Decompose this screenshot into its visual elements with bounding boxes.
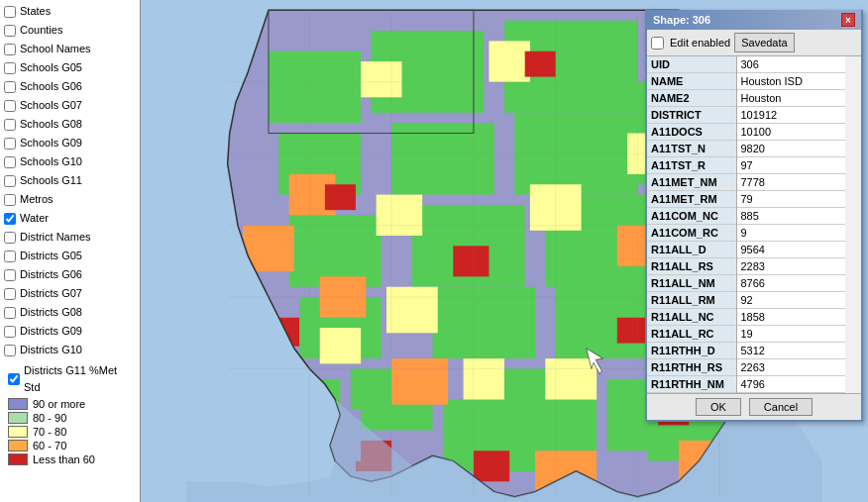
label-districts-g10: Districts G10 xyxy=(20,342,82,358)
legend-checkbox[interactable] xyxy=(8,373,20,385)
checkbox-schools-g09[interactable] xyxy=(4,138,16,150)
field-value: 2283 xyxy=(736,258,845,275)
layer-item-districts-g09[interactable]: Districts G09 xyxy=(0,322,140,341)
label-districts-g07: Districts G07 xyxy=(20,285,82,302)
layer-item-school-names[interactable]: School Names xyxy=(0,40,140,58)
svg-rect-45 xyxy=(617,318,648,344)
layer-item-schools-g10[interactable]: Schools G10 xyxy=(0,152,140,171)
legend-items: 90 or more80 - 9070 - 8060 - 70Less than… xyxy=(4,397,136,466)
legend-item: Less than 60 xyxy=(4,452,136,466)
checkbox-school-names[interactable] xyxy=(4,44,16,55)
checkbox-schools-g07[interactable] xyxy=(4,100,16,112)
label-schools-g08: Schools G08 xyxy=(20,116,82,133)
field-key: A11DOCS xyxy=(647,124,736,141)
edit-enabled-checkbox[interactable] xyxy=(651,37,664,50)
layer-item-states[interactable]: States xyxy=(0,2,140,21)
table-row: A11TST_R97 xyxy=(647,157,845,174)
table-row: R11ALL_RC19 xyxy=(647,326,845,343)
layer-item-districts-g06[interactable]: Districts G06 xyxy=(0,265,140,284)
checkbox-counties[interactable] xyxy=(4,25,16,37)
field-key: A11TST_R xyxy=(647,157,736,174)
layer-item-counties[interactable]: Counties xyxy=(0,21,140,40)
layer-item-districts-g05[interactable]: Districts G05 xyxy=(0,247,140,265)
layer-item-district-names[interactable]: District Names xyxy=(0,228,140,247)
checkbox-schools-g06[interactable] xyxy=(4,81,16,93)
layer-list: StatesCountiesSchool NamesSchools G05Sch… xyxy=(0,2,140,359)
layer-item-schools-g05[interactable]: Schools G05 xyxy=(0,58,140,77)
legend-layer-item[interactable]: Districts G11 %Met Std xyxy=(4,361,136,397)
table-row: A11COM_RC9 xyxy=(647,225,845,242)
field-key: NAME xyxy=(647,73,736,90)
field-key: A11COM_RC xyxy=(647,225,736,242)
checkbox-district-names[interactable] xyxy=(4,232,16,244)
table-row: R11ALL_D9564 xyxy=(647,242,845,258)
legend-title: Districts G11 %Met Std xyxy=(24,362,132,396)
table-row: A11COM_NC885 xyxy=(647,208,845,225)
save-data-button[interactable]: Savedata xyxy=(734,33,794,52)
field-value: 306 xyxy=(736,56,845,73)
field-key: A11MET_RM xyxy=(647,191,736,208)
legend-swatch xyxy=(8,412,28,424)
svg-rect-43 xyxy=(325,184,356,210)
checkbox-states[interactable] xyxy=(4,6,16,18)
popup-table-container[interactable]: UID306NAMEHouston ISDNAME2HoustonDISTRIC… xyxy=(647,56,861,393)
legend-swatch xyxy=(8,440,28,452)
legend-label: 90 or more xyxy=(33,398,85,410)
layer-item-schools-g08[interactable]: Schools G08 xyxy=(0,115,140,134)
label-district-names: District Names xyxy=(20,229,91,246)
checkbox-districts-g09[interactable] xyxy=(4,326,16,338)
label-water: Water xyxy=(20,210,49,227)
edit-enabled-label: Edit enabled xyxy=(670,37,730,49)
table-row: R11RTHH_RS2263 xyxy=(647,359,845,376)
field-key: A11TST_N xyxy=(647,141,736,157)
popup-close-button[interactable]: × xyxy=(841,13,855,27)
field-key: R11ALL_RM xyxy=(647,292,736,309)
table-row: DISTRICT101912 xyxy=(647,107,845,124)
table-row: R11ALL_NM8766 xyxy=(647,275,845,292)
label-counties: Counties xyxy=(20,22,62,39)
checkbox-districts-g08[interactable] xyxy=(4,307,16,319)
table-row: UID306 xyxy=(647,56,845,73)
field-value: 5312 xyxy=(736,343,845,359)
checkbox-schools-g10[interactable] xyxy=(4,156,16,168)
field-key: R11ALL_D xyxy=(647,242,736,258)
layer-item-water[interactable]: Water xyxy=(0,209,140,228)
label-districts-g08: Districts G08 xyxy=(20,304,82,321)
checkbox-districts-g07[interactable] xyxy=(4,288,16,300)
layer-item-schools-g06[interactable]: Schools G06 xyxy=(0,77,140,96)
legend-label: Less than 60 xyxy=(33,453,95,465)
layer-item-metros[interactable]: Metros xyxy=(0,190,140,209)
checkbox-schools-g08[interactable] xyxy=(4,119,16,131)
layer-item-districts-g07[interactable]: Districts G07 xyxy=(0,284,140,303)
checkbox-districts-g05[interactable] xyxy=(4,251,16,262)
legend-item: 70 - 80 xyxy=(4,425,136,439)
layer-item-schools-g07[interactable]: Schools G07 xyxy=(0,96,140,115)
layer-item-schools-g11[interactable]: Schools G11 xyxy=(0,171,140,190)
table-row: R11ALL_NC1858 xyxy=(647,309,845,326)
legend-swatch xyxy=(8,398,28,410)
label-metros: Metros xyxy=(20,191,54,208)
layer-item-districts-g10[interactable]: Districts G10 xyxy=(0,341,140,359)
field-value: 10100 xyxy=(736,124,845,141)
table-row: NAMEHouston ISD xyxy=(647,73,845,90)
checkbox-metros[interactable] xyxy=(4,194,16,206)
field-value: 1858 xyxy=(736,309,845,326)
label-states: States xyxy=(20,3,51,20)
checkbox-schools-g05[interactable] xyxy=(4,62,16,74)
checkbox-districts-g06[interactable] xyxy=(4,269,16,281)
label-districts-g05: Districts G05 xyxy=(20,248,82,264)
legend-swatch xyxy=(8,426,28,438)
svg-rect-9 xyxy=(289,215,381,286)
popup-data-table: UID306NAMEHouston ISDNAME2HoustonDISTRIC… xyxy=(647,56,861,393)
checkbox-water[interactable] xyxy=(4,213,16,225)
checkbox-schools-g11[interactable] xyxy=(4,175,16,187)
ok-button[interactable]: OK xyxy=(696,398,741,416)
layer-item-districts-g08[interactable]: Districts G08 xyxy=(0,303,140,322)
field-key: R11ALL_RS xyxy=(647,258,736,275)
popup-titlebar: Shape: 306 × xyxy=(647,10,861,30)
checkbox-districts-g10[interactable] xyxy=(4,345,16,356)
field-key: A11COM_NC xyxy=(647,208,736,225)
layer-item-schools-g09[interactable]: Schools G09 xyxy=(0,134,140,152)
label-districts-g06: Districts G06 xyxy=(20,266,82,283)
cancel-button[interactable]: Cancel xyxy=(749,398,813,416)
